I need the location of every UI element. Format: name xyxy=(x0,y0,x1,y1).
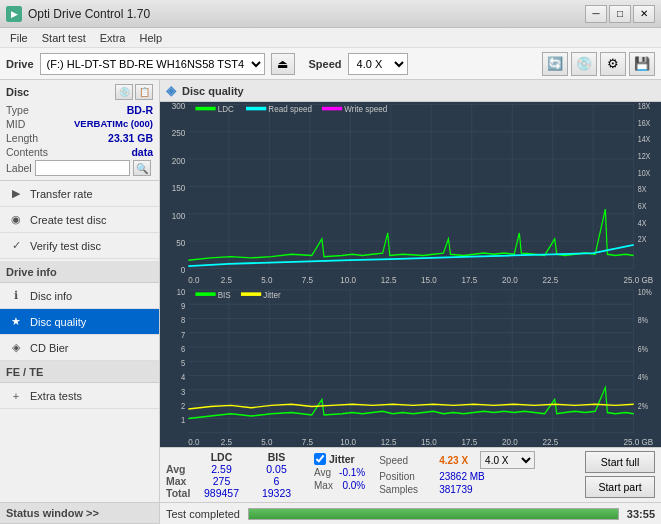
create-test-disc-label: Create test disc xyxy=(30,214,106,226)
svg-text:5: 5 xyxy=(181,359,186,369)
drive-info-section: Drive info xyxy=(0,261,159,283)
speed-val: 4.23 X xyxy=(439,455,468,466)
avg-ldc: 2.59 xyxy=(194,463,249,475)
svg-text:8X: 8X xyxy=(638,185,647,195)
extra-tests-label: Extra tests xyxy=(30,390,82,402)
start-full-button[interactable]: Start full xyxy=(585,451,655,473)
disc-info-icon: ℹ xyxy=(8,288,24,304)
svg-text:7.5: 7.5 xyxy=(302,436,313,447)
app-title: Opti Drive Control 1.70 xyxy=(28,7,150,21)
svg-text:10X: 10X xyxy=(638,168,651,178)
svg-text:50: 50 xyxy=(176,237,185,248)
svg-text:12.5: 12.5 xyxy=(381,274,397,285)
minimize-button[interactable]: ─ xyxy=(585,5,607,23)
length-value: 23.31 GB xyxy=(108,132,153,144)
speed-key: Speed xyxy=(379,455,431,466)
svg-rect-39 xyxy=(322,107,342,111)
svg-text:20.0: 20.0 xyxy=(502,436,518,447)
titlebar-left: ▶ Opti Drive Control 1.70 xyxy=(6,6,150,22)
stats-table: LDC BIS Avg 2.59 0.05 Max 275 6 Total xyxy=(166,451,304,499)
svg-text:6: 6 xyxy=(181,344,186,354)
disc-icon-2[interactable]: 📋 xyxy=(135,84,153,100)
sidebar: Disc 💿 📋 Type BD-R MID VERBATIMc (000) L… xyxy=(0,80,160,524)
svg-text:14X: 14X xyxy=(638,135,651,145)
disc-length-row: Length 23.31 GB xyxy=(6,132,153,144)
svg-rect-90 xyxy=(195,292,215,296)
total-bis: 19323 xyxy=(249,487,304,499)
status-time: 33:55 xyxy=(627,508,655,520)
svg-text:17.5: 17.5 xyxy=(462,436,478,447)
drive-select[interactable]: (F:) HL-DT-ST BD-RE WH16NS58 TST4 xyxy=(40,53,265,75)
svg-text:BIS: BIS xyxy=(218,290,231,301)
svg-text:17.5: 17.5 xyxy=(462,274,478,285)
start-part-button[interactable]: Start part xyxy=(585,476,655,498)
svg-text:5.0: 5.0 xyxy=(261,436,272,447)
svg-text:10%: 10% xyxy=(638,287,652,297)
avg-bis: 0.05 xyxy=(249,463,304,475)
config-button[interactable]: ⚙ xyxy=(600,52,626,76)
label-button[interactable]: 🔍 xyxy=(133,160,151,176)
status-window-header[interactable]: Status window >> xyxy=(0,502,159,524)
main-area: Disc 💿 📋 Type BD-R MID VERBATIMc (000) L… xyxy=(0,80,661,524)
sidebar-item-extra-tests[interactable]: + Extra tests xyxy=(0,383,159,409)
drivebar: Drive (F:) HL-DT-ST BD-RE WH16NS58 TST4 … xyxy=(0,48,661,80)
start-buttons: Start full Start part xyxy=(585,451,655,498)
speed-select[interactable]: 4.0 X xyxy=(348,53,408,75)
svg-text:10: 10 xyxy=(177,287,186,297)
disc-icon-1[interactable]: 💿 xyxy=(115,84,133,100)
svg-rect-35 xyxy=(195,107,215,111)
samples-val: 381739 xyxy=(439,484,472,495)
chart-header-icon: ◈ xyxy=(166,83,176,98)
svg-text:10.0: 10.0 xyxy=(340,436,356,447)
sidebar-item-disc-info[interactable]: ℹ Disc info xyxy=(0,283,159,309)
disc-info-label: Disc info xyxy=(30,290,72,302)
sidebar-item-create-test-disc[interactable]: ◉ Create test disc xyxy=(0,207,159,233)
svg-text:22.5: 22.5 xyxy=(543,274,559,285)
menu-file[interactable]: File xyxy=(4,31,34,45)
svg-text:16X: 16X xyxy=(638,118,651,128)
svg-rect-92 xyxy=(241,292,261,296)
svg-text:10.0: 10.0 xyxy=(340,274,356,285)
svg-rect-52 xyxy=(188,290,633,430)
sidebar-item-cd-bier[interactable]: ◈ CD Bier xyxy=(0,335,159,361)
menu-help[interactable]: Help xyxy=(133,31,168,45)
sidebar-item-transfer-rate[interactable]: ▶ Transfer rate xyxy=(0,181,159,207)
fe-te-label: FE / TE xyxy=(6,366,43,378)
svg-text:0.0: 0.0 xyxy=(188,274,199,285)
create-test-disc-icon: ◉ xyxy=(8,212,24,228)
refresh-button[interactable]: 🔄 xyxy=(542,52,568,76)
chart-svg: 300 250 200 150 100 50 0 18X 16X 14X 12X… xyxy=(160,102,661,447)
menu-extra[interactable]: Extra xyxy=(94,31,132,45)
verify-test-disc-icon: ✓ xyxy=(8,238,24,254)
cd-bier-icon: ◈ xyxy=(8,340,24,356)
status-bar: Test completed 33:55 xyxy=(160,502,661,524)
type-value: BD-R xyxy=(127,104,153,116)
max-bis: 6 xyxy=(249,475,304,487)
menu-starttest[interactable]: Start test xyxy=(36,31,92,45)
disc-label-row: Label 🔍 xyxy=(6,160,153,176)
save-button[interactable]: 💾 xyxy=(629,52,655,76)
jitter-checkbox[interactable] xyxy=(314,453,326,465)
svg-text:12X: 12X xyxy=(638,152,651,162)
transfer-rate-label: Transfer rate xyxy=(30,188,93,200)
speed-select[interactable]: 4.0 X xyxy=(480,451,535,469)
label-input[interactable] xyxy=(35,160,130,176)
svg-text:1: 1 xyxy=(181,416,186,426)
type-label: Type xyxy=(6,104,29,116)
maximize-button[interactable]: □ xyxy=(609,5,631,23)
sidebar-item-verify-test-disc[interactable]: ✓ Verify test disc xyxy=(0,233,159,259)
position-key: Position xyxy=(379,471,431,482)
sidebar-item-disc-quality[interactable]: ★ Disc quality xyxy=(0,309,159,335)
avg-label: Avg xyxy=(166,463,194,475)
svg-text:Read speed: Read speed xyxy=(268,103,312,114)
disc-title: Disc xyxy=(6,86,29,98)
svg-text:2X: 2X xyxy=(638,235,647,245)
svg-text:25.0 GB: 25.0 GB xyxy=(624,436,654,447)
svg-text:7.5: 7.5 xyxy=(302,274,313,285)
burn-button[interactable]: 💿 xyxy=(571,52,597,76)
eject-button[interactable]: ⏏ xyxy=(271,53,295,75)
svg-text:7: 7 xyxy=(181,330,186,340)
close-button[interactable]: ✕ xyxy=(633,5,655,23)
status-window-label: Status window >> xyxy=(6,507,99,519)
mid-label: MID xyxy=(6,118,25,130)
